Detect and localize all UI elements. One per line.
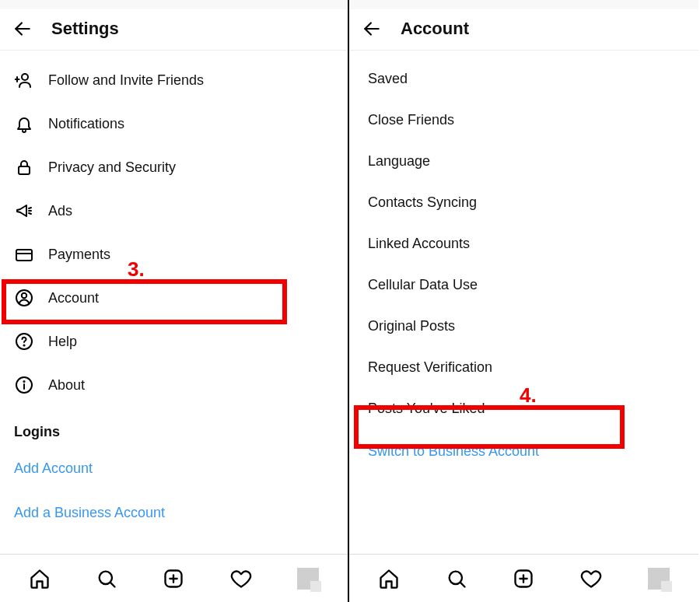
- item-language[interactable]: Language: [349, 141, 698, 182]
- item-label: Ads: [48, 203, 72, 219]
- add-post-icon[interactable]: [163, 568, 184, 590]
- link-add-business-account[interactable]: Add a Business Account: [0, 491, 348, 519]
- item-account[interactable]: Account: [0, 276, 348, 320]
- status-bar-spacer: [349, 0, 698, 9]
- item-contacts-syncing[interactable]: Contacts Syncing: [349, 182, 698, 223]
- svg-line-21: [460, 582, 465, 586]
- item-label: Privacy and Security: [48, 159, 176, 176]
- item-help[interactable]: Help: [0, 320, 348, 363]
- add-post-icon[interactable]: [513, 568, 534, 590]
- account-list: Saved Close Friends Language Contacts Sy…: [349, 51, 698, 554]
- heart-icon[interactable]: [580, 568, 602, 590]
- header: Account: [349, 9, 698, 51]
- profile-avatar[interactable]: [297, 568, 319, 590]
- info-circle-icon: [14, 376, 34, 394]
- status-bar-spacer: [0, 0, 348, 9]
- megaphone-icon: [14, 201, 34, 220]
- svg-point-1: [22, 74, 28, 80]
- svg-point-10: [23, 345, 24, 345]
- item-posts-liked[interactable]: Posts You've Liked: [349, 388, 698, 429]
- search-icon[interactable]: [446, 568, 467, 590]
- item-saved[interactable]: Saved: [349, 58, 698, 100]
- item-label: Follow and Invite Friends: [48, 72, 204, 89]
- settings-list: Follow and Invite Friends Notifications …: [0, 51, 348, 554]
- home-icon[interactable]: [378, 568, 400, 590]
- account-pane: Account Saved Close Friends Language Con…: [349, 0, 698, 602]
- logins-heading: Logins: [0, 407, 348, 446]
- link-add-account[interactable]: Add Account: [0, 446, 348, 491]
- back-arrow-icon[interactable]: [362, 19, 382, 39]
- person-plus-icon: [14, 71, 34, 89]
- settings-pane: Settings Follow and Invite Friends Notif…: [0, 0, 349, 602]
- svg-line-15: [110, 582, 115, 586]
- lock-icon: [14, 158, 34, 177]
- item-request-verification[interactable]: Request Verification: [349, 347, 698, 388]
- item-privacy[interactable]: Privacy and Security: [0, 145, 348, 189]
- header: Settings: [0, 9, 348, 51]
- item-linked-accounts[interactable]: Linked Accounts: [349, 223, 698, 264]
- help-circle-icon: [14, 332, 34, 351]
- svg-rect-5: [16, 250, 32, 261]
- heart-icon[interactable]: [230, 568, 252, 590]
- item-payments[interactable]: Payments: [0, 233, 348, 276]
- item-cellular-data[interactable]: Cellular Data Use: [349, 264, 698, 306]
- profile-avatar[interactable]: [648, 568, 670, 590]
- item-follow-invite[interactable]: Follow and Invite Friends: [0, 58, 348, 102]
- item-label: Notifications: [48, 116, 124, 132]
- bottom-nav: [0, 554, 348, 602]
- card-icon: [14, 245, 34, 264]
- search-icon[interactable]: [96, 568, 117, 590]
- item-original-posts[interactable]: Original Posts: [349, 306, 698, 347]
- item-about[interactable]: About: [0, 363, 348, 407]
- home-icon[interactable]: [29, 568, 51, 590]
- user-circle-icon: [14, 289, 34, 307]
- item-label: Help: [48, 334, 77, 350]
- item-label: About: [48, 377, 85, 394]
- svg-point-8: [22, 293, 26, 298]
- item-notifications[interactable]: Notifications: [0, 102, 348, 145]
- header-title: Account: [401, 19, 469, 39]
- item-label: Account: [48, 290, 99, 306]
- item-close-friends[interactable]: Close Friends: [349, 100, 698, 141]
- bell-icon: [14, 114, 34, 133]
- bottom-nav: [349, 554, 698, 602]
- item-ads[interactable]: Ads: [0, 189, 348, 233]
- item-label: Payments: [48, 247, 110, 263]
- svg-point-13: [23, 381, 24, 382]
- svg-rect-4: [19, 166, 30, 174]
- back-arrow-icon[interactable]: [12, 19, 33, 39]
- header-title: Settings: [51, 19, 119, 39]
- link-switch-business[interactable]: Switch to Business Account: [349, 429, 698, 474]
